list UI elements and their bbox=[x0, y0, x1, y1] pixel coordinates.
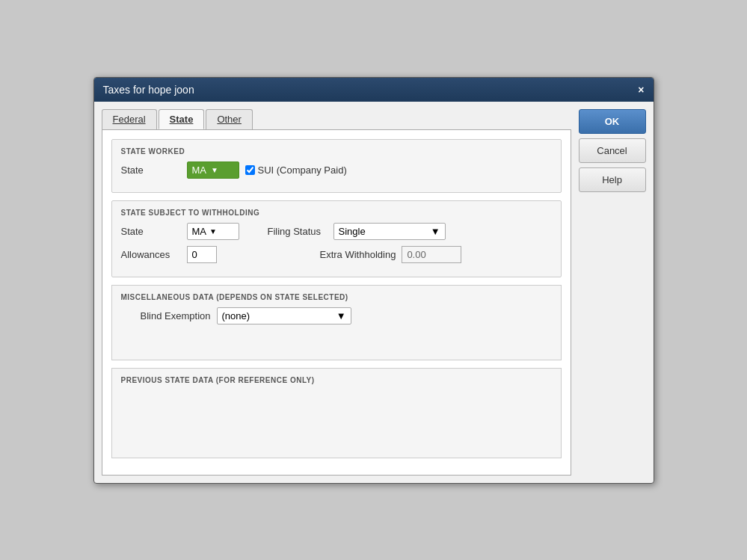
state-worked-value: MA bbox=[192, 164, 207, 176]
tab-other[interactable]: Other bbox=[206, 109, 253, 129]
cancel-button[interactable]: Cancel bbox=[579, 138, 646, 163]
dialog-body: Federal State Other STATE WORKED State bbox=[94, 102, 654, 483]
tab-content: STATE WORKED State MA ▼ SUI (Company Pai… bbox=[102, 130, 571, 476]
allowances-input[interactable] bbox=[187, 246, 217, 263]
previous-state-content bbox=[121, 390, 552, 450]
tab-bar: Federal State Other bbox=[102, 109, 571, 130]
state-worked-state-label: State bbox=[121, 164, 181, 176]
previous-state-section: PREVIOUS STATE DATA (FOR REFERENCE ONLY) bbox=[111, 368, 562, 458]
state-worked-label: STATE WORKED bbox=[121, 147, 552, 156]
filing-status-label: Filing Status bbox=[268, 226, 328, 237]
help-button[interactable]: Help bbox=[579, 167, 646, 192]
dropdown-arrow-icon: ▼ bbox=[211, 166, 218, 174]
extra-withholding-input[interactable] bbox=[402, 246, 461, 263]
misc-section: MISCELLANEOUS DATA (DEPENDS ON STATE SEL… bbox=[111, 285, 562, 360]
state-withholding-section: STATE SUBJECT TO WITHHOLDING State MA ▼ … bbox=[111, 200, 562, 277]
taxes-dialog: Taxes for hope joon × Federal State Othe… bbox=[93, 77, 654, 484]
dialog-titlebar: Taxes for hope joon × bbox=[94, 78, 654, 102]
filing-status-dropdown[interactable]: Single ▼ bbox=[333, 223, 446, 240]
withholding-state-dropdown[interactable]: MA ▼ bbox=[187, 223, 239, 240]
state-worked-section: STATE WORKED State MA ▼ SUI (Company Pai… bbox=[111, 139, 562, 193]
filing-status-value: Single bbox=[339, 226, 366, 237]
blind-exemption-label: Blind Exemption bbox=[121, 310, 211, 321]
dialog-main: Federal State Other STATE WORKED State bbox=[102, 109, 571, 476]
withholding-state-label: State bbox=[121, 226, 181, 237]
filing-arrow-icon: ▼ bbox=[431, 226, 440, 237]
withholding-top-row: State MA ▼ Filing Status Single ▼ bbox=[121, 223, 552, 240]
extra-withholding-label: Extra Withholding bbox=[320, 249, 396, 260]
tab-federal[interactable]: Federal bbox=[102, 109, 157, 129]
withholding-state-value: MA bbox=[192, 226, 207, 237]
withholding-bottom-row: Allowances Extra Withholding bbox=[121, 246, 552, 263]
dialog-actions: OK Cancel Help bbox=[579, 109, 646, 476]
sui-label: SUI (Company Paid) bbox=[258, 164, 347, 176]
misc-label: MISCELLANEOUS DATA (DEPENDS ON STATE SEL… bbox=[121, 293, 552, 301]
sui-checkbox[interactable] bbox=[245, 165, 255, 175]
tab-state[interactable]: State bbox=[159, 109, 205, 129]
allowances-label: Allowances bbox=[121, 249, 181, 260]
sui-checkbox-row: SUI (Company Paid) bbox=[245, 164, 347, 176]
previous-state-label: PREVIOUS STATE DATA (FOR REFERENCE ONLY) bbox=[121, 376, 552, 384]
withholding-dropdown-arrow-icon: ▼ bbox=[209, 227, 217, 236]
close-button[interactable]: × bbox=[638, 84, 644, 95]
state-worked-row: State MA ▼ SUI (Company Paid) bbox=[121, 161, 552, 179]
blind-exemption-dropdown[interactable]: (none) ▼ bbox=[217, 307, 351, 324]
blind-exemption-value: (none) bbox=[222, 310, 250, 321]
dialog-title: Taxes for hope joon bbox=[103, 84, 194, 96]
blind-arrow-icon: ▼ bbox=[336, 310, 346, 321]
blind-exemption-row: Blind Exemption (none) ▼ bbox=[121, 307, 552, 324]
state-withholding-label: STATE SUBJECT TO WITHHOLDING bbox=[121, 209, 552, 217]
misc-content: Blind Exemption (none) ▼ bbox=[121, 307, 552, 352]
ok-button[interactable]: OK bbox=[579, 109, 646, 134]
state-worked-dropdown[interactable]: MA ▼ bbox=[187, 161, 239, 179]
